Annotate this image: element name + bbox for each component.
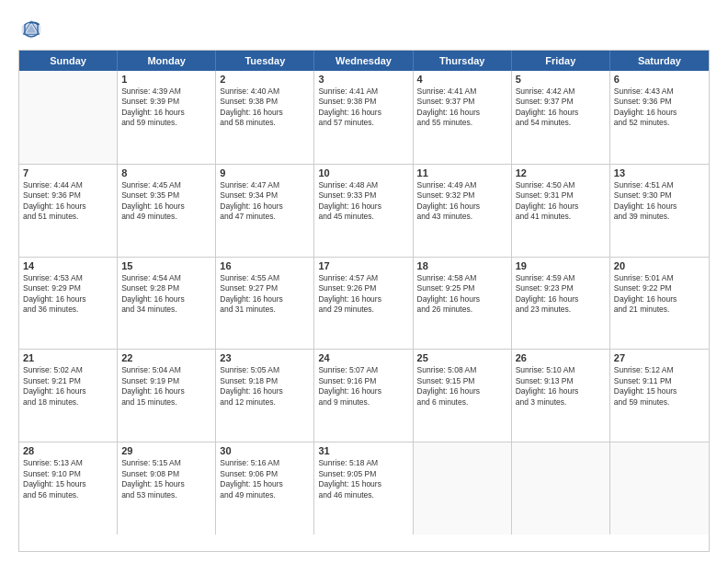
day-info: Sunrise: 5:02 AM Sunset: 9:21 PM Dayligh…: [23, 365, 113, 408]
weekday-saturday: Saturday: [610, 51, 709, 71]
calendar-cell: 21Sunrise: 5:02 AM Sunset: 9:21 PM Dayli…: [19, 350, 118, 442]
day-number: 25: [417, 352, 507, 363]
day-info: Sunrise: 5:12 AM Sunset: 9:11 PM Dayligh…: [614, 365, 705, 408]
day-info: Sunrise: 4:54 AM Sunset: 9:28 PM Dayligh…: [121, 273, 211, 316]
calendar-cell: 12Sunrise: 4:50 AM Sunset: 9:31 PM Dayli…: [512, 165, 610, 257]
day-info: Sunrise: 5:05 AM Sunset: 9:18 PM Dayligh…: [220, 365, 310, 408]
calendar-cell: 16Sunrise: 4:55 AM Sunset: 9:27 PM Dayli…: [216, 258, 314, 350]
weekday-sunday: Sunday: [19, 51, 118, 71]
calendar-cell: 15Sunrise: 4:54 AM Sunset: 9:28 PM Dayli…: [118, 258, 216, 350]
day-number: 23: [220, 352, 310, 363]
calendar-body: 1Sunrise: 4:39 AM Sunset: 9:39 PM Daylig…: [19, 71, 709, 534]
calendar-cell: 19Sunrise: 4:59 AM Sunset: 9:23 PM Dayli…: [512, 258, 610, 350]
calendar-cell: 27Sunrise: 5:12 AM Sunset: 9:11 PM Dayli…: [610, 350, 709, 442]
calendar-cell: [414, 442, 512, 534]
calendar-cell: 24Sunrise: 5:07 AM Sunset: 9:16 PM Dayli…: [314, 350, 413, 442]
day-number: 26: [516, 352, 606, 363]
day-info: Sunrise: 4:43 AM Sunset: 9:36 PM Dayligh…: [614, 86, 705, 129]
day-info: Sunrise: 4:40 AM Sunset: 9:38 PM Dayligh…: [220, 86, 310, 129]
calendar-cell: 10Sunrise: 4:48 AM Sunset: 9:33 PM Dayli…: [314, 165, 413, 257]
day-info: Sunrise: 4:47 AM Sunset: 9:34 PM Dayligh…: [220, 180, 310, 223]
calendar-cell: 2Sunrise: 4:40 AM Sunset: 9:38 PM Daylig…: [216, 71, 314, 164]
day-info: Sunrise: 5:15 AM Sunset: 9:08 PM Dayligh…: [121, 458, 211, 500]
day-number: 5: [516, 74, 606, 85]
calendar-cell: 17Sunrise: 4:57 AM Sunset: 9:26 PM Dayli…: [314, 258, 413, 350]
day-number: 31: [318, 445, 408, 456]
calendar-header: Sunday Monday Tuesday Wednesday Thursday…: [19, 51, 709, 71]
calendar-cell: [19, 71, 118, 164]
calendar-cell: 20Sunrise: 5:01 AM Sunset: 9:22 PM Dayli…: [610, 258, 709, 350]
day-info: Sunrise: 5:08 AM Sunset: 9:15 PM Dayligh…: [417, 365, 507, 408]
day-number: 13: [614, 167, 705, 178]
day-number: 28: [23, 445, 113, 456]
calendar-week-1: 1Sunrise: 4:39 AM Sunset: 9:39 PM Daylig…: [19, 71, 709, 164]
calendar-cell: 30Sunrise: 5:16 AM Sunset: 9:06 PM Dayli…: [216, 442, 314, 534]
calendar-cell: 8Sunrise: 4:45 AM Sunset: 9:35 PM Daylig…: [118, 165, 216, 257]
day-number: 8: [121, 167, 211, 178]
day-number: 17: [318, 260, 408, 271]
day-number: 2: [220, 74, 310, 85]
day-number: 6: [614, 74, 705, 85]
header: [18, 17, 710, 42]
day-number: 30: [220, 445, 310, 456]
day-info: Sunrise: 5:04 AM Sunset: 9:19 PM Dayligh…: [121, 365, 211, 408]
day-info: Sunrise: 4:58 AM Sunset: 9:25 PM Dayligh…: [417, 273, 507, 316]
calendar-cell: 23Sunrise: 5:05 AM Sunset: 9:18 PM Dayli…: [216, 350, 314, 442]
day-number: 16: [220, 260, 310, 271]
page: Sunday Monday Tuesday Wednesday Thursday…: [0, 0, 728, 563]
day-info: Sunrise: 4:50 AM Sunset: 9:31 PM Dayligh…: [516, 180, 606, 223]
day-number: 9: [220, 167, 310, 178]
day-info: Sunrise: 4:49 AM Sunset: 9:32 PM Dayligh…: [417, 180, 507, 223]
calendar-cell: 9Sunrise: 4:47 AM Sunset: 9:34 PM Daylig…: [216, 165, 314, 257]
calendar-cell: 26Sunrise: 5:10 AM Sunset: 9:13 PM Dayli…: [512, 350, 610, 442]
day-info: Sunrise: 4:59 AM Sunset: 9:23 PM Dayligh…: [516, 273, 606, 316]
day-number: 18: [417, 260, 507, 271]
day-info: Sunrise: 4:48 AM Sunset: 9:33 PM Dayligh…: [318, 180, 408, 223]
day-info: Sunrise: 4:39 AM Sunset: 9:39 PM Dayligh…: [121, 86, 211, 129]
day-number: 4: [417, 74, 507, 85]
calendar-cell: 31Sunrise: 5:18 AM Sunset: 9:05 PM Dayli…: [314, 442, 413, 534]
day-info: Sunrise: 4:44 AM Sunset: 9:36 PM Dayligh…: [23, 180, 113, 223]
calendar-week-4: 21Sunrise: 5:02 AM Sunset: 9:21 PM Dayli…: [19, 349, 709, 442]
day-info: Sunrise: 5:16 AM Sunset: 9:06 PM Dayligh…: [220, 458, 310, 500]
calendar-cell: [610, 442, 709, 534]
day-number: 19: [516, 260, 606, 271]
weekday-wednesday: Wednesday: [314, 51, 413, 71]
calendar-cell: 28Sunrise: 5:13 AM Sunset: 9:10 PM Dayli…: [19, 442, 118, 534]
day-info: Sunrise: 4:41 AM Sunset: 9:38 PM Dayligh…: [318, 86, 408, 129]
day-number: 20: [614, 260, 705, 271]
calendar-cell: 3Sunrise: 4:41 AM Sunset: 9:38 PM Daylig…: [314, 71, 413, 164]
day-info: Sunrise: 4:41 AM Sunset: 9:37 PM Dayligh…: [417, 86, 507, 129]
day-info: Sunrise: 4:45 AM Sunset: 9:35 PM Dayligh…: [121, 180, 211, 223]
day-info: Sunrise: 5:01 AM Sunset: 9:22 PM Dayligh…: [614, 273, 705, 316]
logo-icon: [18, 17, 44, 42]
calendar-week-3: 14Sunrise: 4:53 AM Sunset: 9:29 PM Dayli…: [19, 257, 709, 350]
calendar-cell: 25Sunrise: 5:08 AM Sunset: 9:15 PM Dayli…: [414, 350, 512, 442]
day-info: Sunrise: 4:42 AM Sunset: 9:37 PM Dayligh…: [516, 86, 606, 129]
calendar-cell: 1Sunrise: 4:39 AM Sunset: 9:39 PM Daylig…: [118, 71, 216, 164]
day-number: 14: [23, 260, 113, 271]
calendar-cell: 4Sunrise: 4:41 AM Sunset: 9:37 PM Daylig…: [414, 71, 512, 164]
calendar-cell: [512, 442, 610, 534]
day-number: 24: [318, 352, 408, 363]
weekday-monday: Monday: [118, 51, 216, 71]
calendar-cell: 13Sunrise: 4:51 AM Sunset: 9:30 PM Dayli…: [610, 165, 709, 257]
calendar-week-2: 7Sunrise: 4:44 AM Sunset: 9:36 PM Daylig…: [19, 164, 709, 257]
calendar-week-5: 28Sunrise: 5:13 AM Sunset: 9:10 PM Dayli…: [19, 442, 709, 534]
day-number: 10: [318, 167, 408, 178]
calendar-cell: 29Sunrise: 5:15 AM Sunset: 9:08 PM Dayli…: [118, 442, 216, 534]
day-number: 27: [614, 352, 705, 363]
day-number: 15: [121, 260, 211, 271]
day-info: Sunrise: 5:07 AM Sunset: 9:16 PM Dayligh…: [318, 365, 408, 408]
calendar-cell: 18Sunrise: 4:58 AM Sunset: 9:25 PM Dayli…: [414, 258, 512, 350]
day-number: 11: [417, 167, 507, 178]
day-number: 22: [121, 352, 211, 363]
day-info: Sunrise: 5:10 AM Sunset: 9:13 PM Dayligh…: [516, 365, 606, 408]
day-info: Sunrise: 4:55 AM Sunset: 9:27 PM Dayligh…: [220, 273, 310, 316]
day-number: 12: [516, 167, 606, 178]
day-number: 1: [121, 74, 211, 85]
day-number: 3: [318, 74, 408, 85]
day-info: Sunrise: 4:57 AM Sunset: 9:26 PM Dayligh…: [318, 273, 408, 316]
weekday-tuesday: Tuesday: [216, 51, 314, 71]
weekday-thursday: Thursday: [414, 51, 512, 71]
